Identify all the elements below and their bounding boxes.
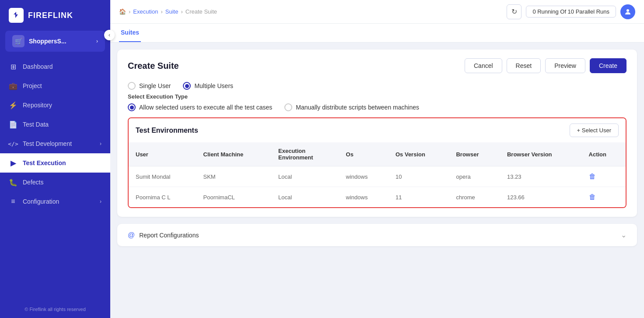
exec-type-radio-row: Allow selected users to execute all the … (128, 103, 626, 111)
test-data-icon: 📄 (9, 120, 18, 129)
create-button[interactable]: Create (590, 58, 626, 73)
header-buttons: Cancel Reset Preview Create (465, 58, 626, 73)
table-row: Poornima C L PoornimaCL Local windows 11… (129, 187, 626, 208)
breadcrumb-separator: › (129, 8, 130, 15)
test-development-icon: </> (9, 139, 18, 148)
page-title: Create Suite (128, 61, 179, 71)
fireflink-logo-icon (9, 8, 24, 23)
breadcrumb: 🏠 › Execution › Suite › Create Suite (119, 8, 217, 15)
cell-browser-version: 123.66 (500, 187, 582, 208)
create-suite-card: Create Suite Cancel Reset Preview Create… (117, 49, 637, 217)
sidebar-item-label: Defects (23, 179, 43, 186)
col-exec-env: ExecutionEnvironment (271, 142, 339, 166)
allow-all-radio-outer (128, 103, 136, 111)
allow-all-radio-inner (130, 106, 134, 110)
project-name: ShoppersS... (29, 38, 66, 45)
breadcrumb-execution[interactable]: Execution (133, 8, 158, 15)
col-browser: Browser (449, 142, 500, 166)
table-row: Sumit Mondal SKM Local windows 10 opera … (129, 166, 626, 187)
sidebar-item-project[interactable]: 💼 Project (0, 76, 110, 95)
cell-exec-env: Local (271, 187, 339, 208)
test-execution-icon: ▶ (9, 159, 18, 167)
sidebar-collapse-button[interactable]: ‹ (104, 30, 115, 40)
at-icon: @ (128, 231, 135, 239)
breadcrumb-suite[interactable]: Suite (165, 8, 178, 15)
breadcrumb-separator: › (181, 8, 182, 15)
content-area: Create Suite Cancel Reset Preview Create… (110, 42, 644, 318)
multiple-users-radio[interactable]: Multiple Users (183, 82, 233, 90)
sidebar-item-test-data[interactable]: 📄 Test Data (0, 115, 110, 134)
manually-distribute-radio-outer (284, 103, 292, 111)
configuration-expand-icon: › (100, 198, 102, 205)
col-user: User (129, 142, 196, 166)
repository-icon: ⚡ (9, 101, 18, 110)
cell-browser-version: 13.23 (500, 166, 582, 187)
manually-distribute-label: Manually distribute scripts between mach… (296, 104, 419, 111)
table-body: Sumit Mondal SKM Local windows 10 opera … (129, 166, 626, 208)
breadcrumb-current: Create Suite (186, 8, 217, 15)
chevron-down-icon[interactable]: ⌄ (621, 231, 626, 239)
parallel-runs-text: 0 Running Of 10 Parallel Runs (532, 8, 609, 15)
home-icon[interactable]: 🏠 (119, 8, 126, 15)
cell-action: 🗑 (582, 187, 626, 208)
refresh-button[interactable]: ↻ (507, 4, 522, 19)
col-action: Action (582, 142, 626, 166)
single-user-label: Single User (139, 82, 171, 89)
preview-button[interactable]: Preview (545, 58, 585, 73)
expand-icon: › (100, 141, 102, 147)
cell-client-machine: SKM (196, 166, 272, 187)
cell-exec-env: Local (271, 166, 339, 187)
tab-suites[interactable]: Suites (119, 24, 141, 42)
sidebar-item-repository[interactable]: ⚡ Repository (0, 95, 110, 115)
sidebar-item-label: Configuration (23, 198, 59, 205)
avatar[interactable] (620, 4, 635, 19)
cell-os: windows (339, 187, 388, 208)
delete-icon[interactable]: 🗑 (589, 193, 596, 201)
sidebar: FIREFLINK 🛒 ShoppersS... › ⊞ Dashboard 💼… (0, 0, 110, 318)
report-config-left: @ Report Configurations (128, 231, 199, 239)
topbar: 🏠 › Execution › Suite › Create Suite ↻ 0… (110, 0, 644, 24)
multiple-users-label: Multiple Users (194, 82, 233, 89)
sidebar-item-label: Test Execution (23, 159, 66, 166)
cancel-button[interactable]: Cancel (465, 58, 502, 73)
sidebar-footer: © Fireflink all rights reserved (0, 300, 110, 318)
sidebar-nav: ⊞ Dashboard 💼 Project ⚡ Repository 📄 Tes… (0, 57, 110, 300)
multiple-users-radio-outer (183, 82, 191, 90)
cell-user: Sumit Mondal (129, 166, 196, 187)
svg-point-0 (626, 9, 629, 12)
sidebar-item-dashboard[interactable]: ⊞ Dashboard (0, 57, 110, 76)
cell-browser: chrome (449, 187, 500, 208)
select-user-button[interactable]: + Select User (570, 124, 619, 137)
sidebar-project-selector[interactable]: 🛒 ShoppersS... › (5, 31, 105, 52)
test-environments-section: Test Environments + Select User User Cli… (128, 117, 626, 208)
multiple-users-radio-inner (185, 84, 189, 88)
single-user-radio-outer (128, 82, 136, 90)
delete-icon[interactable]: 🗑 (589, 173, 596, 180)
table-header-row: User Client Machine ExecutionEnvironment… (129, 142, 626, 166)
sidebar-item-label: Dashboard (23, 63, 53, 70)
breadcrumb-separator: › (161, 8, 162, 15)
project-arrow-icon: › (96, 38, 98, 44)
reset-button[interactable]: Reset (507, 58, 541, 73)
manually-distribute-radio[interactable]: Manually distribute scripts between mach… (284, 103, 419, 111)
dashboard-icon: ⊞ (9, 62, 18, 71)
cell-action: 🗑 (582, 166, 626, 187)
sidebar-item-defects[interactable]: 🐛 Defects (0, 173, 110, 192)
single-user-radio[interactable]: Single User (128, 82, 171, 90)
cell-client-machine: PoornimaCL (196, 187, 272, 208)
user-type-radio-row: Single User Multiple Users (128, 82, 626, 90)
user-type-section: Single User Multiple Users Select Execut… (128, 82, 626, 111)
allow-all-radio[interactable]: Allow selected users to execute all the … (128, 103, 272, 111)
topbar-right: ↻ 0 Running Of 10 Parallel Runs (507, 4, 635, 19)
cell-os: windows (339, 166, 388, 187)
table-section-title: Test Environments (136, 127, 198, 134)
col-os-version: Os Version (388, 142, 449, 166)
sidebar-item-test-development[interactable]: </> Test Development › (0, 134, 110, 153)
cell-user: Poornima C L (129, 187, 196, 208)
defects-icon: 🐛 (9, 178, 18, 187)
sidebar-item-test-execution[interactable]: ▶ Test Execution (0, 153, 110, 173)
allow-all-label: Allow selected users to execute all the … (139, 104, 272, 111)
sidebar-item-label: Test Data (23, 121, 49, 128)
logo-text: FIREFLINK (28, 11, 73, 20)
sidebar-item-configuration[interactable]: ≡ Configuration › (0, 192, 110, 211)
